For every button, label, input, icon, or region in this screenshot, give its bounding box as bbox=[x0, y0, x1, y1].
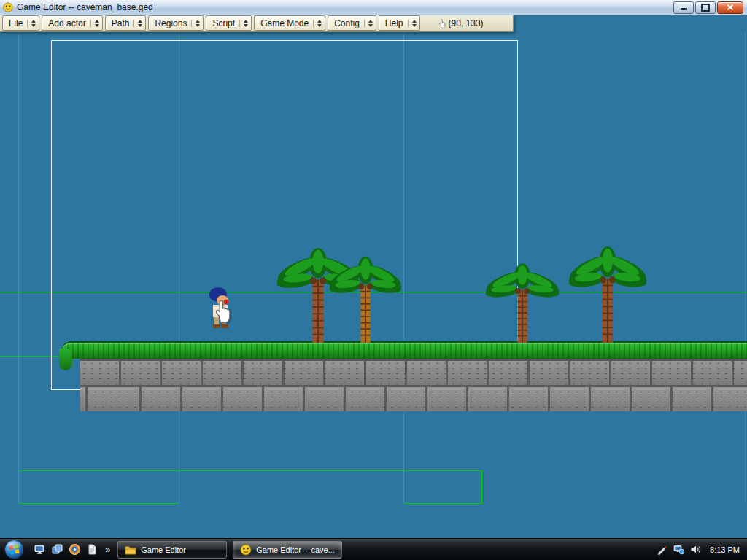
close-button[interactable] bbox=[717, 1, 743, 14]
system-tray: 8:13 PM bbox=[657, 544, 747, 555]
spinner-arrows-icon[interactable] bbox=[364, 20, 373, 27]
clock[interactable]: 8:13 PM bbox=[710, 545, 740, 554]
grass-edge-cap bbox=[59, 349, 72, 370]
palm-tree-actor[interactable] bbox=[569, 245, 646, 343]
folder-icon bbox=[125, 544, 136, 556]
cursor-position-icon bbox=[438, 18, 446, 28]
coordinates-text: (90, 133) bbox=[449, 18, 484, 28]
grid-line-horizontal bbox=[18, 470, 482, 471]
maximize-icon bbox=[701, 4, 710, 12]
editor-canvas[interactable] bbox=[0, 15, 747, 538]
menu-button-config[interactable]: Config bbox=[328, 15, 376, 31]
network-icon[interactable] bbox=[673, 544, 684, 555]
media-player-icon[interactable] bbox=[69, 543, 81, 556]
spinner-arrows-icon[interactable] bbox=[90, 20, 99, 27]
spinner-arrows-icon[interactable] bbox=[191, 20, 200, 27]
spinner-arrows-icon[interactable] bbox=[133, 20, 142, 27]
menu-label: Config bbox=[334, 18, 360, 28]
show-desktop-icon[interactable] bbox=[34, 543, 46, 556]
menu-label: Game Mode bbox=[260, 18, 309, 28]
window-controls bbox=[673, 1, 747, 14]
taskbar-button-label: Game Editor bbox=[141, 545, 186, 554]
taskbar-button-game-editor-folder[interactable]: Game Editor bbox=[117, 541, 227, 559]
menu-label: Script bbox=[212, 18, 235, 28]
taskbar: » Game Editor Game Editor -- cave... bbox=[0, 538, 747, 560]
brick-row bbox=[80, 359, 747, 385]
game-editor-icon bbox=[240, 544, 252, 556]
desktop-screen: Game Editor -- caveman_base.ged File Add… bbox=[0, 0, 747, 560]
title-bar: Game Editor -- caveman_base.ged bbox=[0, 0, 747, 15]
minimize-icon bbox=[681, 8, 687, 10]
spinner-arrows-icon[interactable] bbox=[27, 20, 36, 27]
menu-button-game-mode[interactable]: Game Mode bbox=[254, 15, 325, 31]
cursor-coordinates: (90, 133) bbox=[438, 18, 484, 28]
menu-label: Help bbox=[385, 18, 403, 28]
quick-launch: » bbox=[34, 543, 112, 556]
menu-label: Regions bbox=[155, 18, 187, 28]
menu-label: Add actor bbox=[48, 18, 85, 28]
grid-line-horizontal bbox=[18, 503, 179, 504]
menu-button-help[interactable]: Help bbox=[379, 15, 420, 31]
tray-pen-icon[interactable] bbox=[657, 544, 667, 555]
app-icon bbox=[3, 2, 13, 12]
menu-label: Path bbox=[112, 18, 130, 28]
spinner-arrows-icon[interactable] bbox=[408, 20, 417, 27]
grid-line-vertical bbox=[18, 32, 19, 503]
grid-line-vertical bbox=[481, 470, 482, 504]
maximize-button[interactable] bbox=[695, 1, 716, 14]
taskbar-button-game-editor-app[interactable]: Game Editor -- cave... bbox=[233, 541, 342, 559]
menu-button-path[interactable]: Path bbox=[105, 15, 147, 31]
palm-tree-actor[interactable] bbox=[486, 262, 559, 343]
volume-icon[interactable] bbox=[690, 544, 701, 555]
minimize-button[interactable] bbox=[673, 1, 694, 14]
menu-button-file[interactable]: File bbox=[2, 15, 39, 31]
quicklaunch-overflow-button[interactable]: » bbox=[104, 545, 112, 554]
grid-line-horizontal bbox=[403, 503, 482, 504]
menu-button-script[interactable]: Script bbox=[206, 15, 252, 31]
grass-platform[interactable] bbox=[62, 341, 747, 359]
taskbar-button-label: Game Editor -- cave... bbox=[256, 545, 335, 554]
grid-line-vertical bbox=[745, 32, 746, 503]
brick-row bbox=[80, 385, 747, 411]
switch-windows-icon[interactable] bbox=[51, 543, 63, 556]
menu-bar: File Add actor Path Regions Script Game … bbox=[0, 15, 514, 32]
start-button[interactable] bbox=[4, 539, 25, 560]
menu-label: File bbox=[9, 18, 23, 28]
hand-cursor-icon bbox=[213, 298, 233, 324]
brick-platform[interactable] bbox=[80, 359, 747, 411]
document-icon[interactable] bbox=[86, 543, 98, 556]
spinner-arrows-icon[interactable] bbox=[239, 20, 248, 27]
menu-button-add-actor[interactable]: Add actor bbox=[42, 15, 102, 31]
palm-tree-actor[interactable] bbox=[330, 255, 401, 343]
spinner-arrows-icon[interactable] bbox=[313, 20, 322, 27]
close-icon bbox=[727, 4, 734, 11]
menu-button-regions[interactable]: Regions bbox=[148, 15, 204, 31]
window-title: Game Editor -- caveman_base.ged bbox=[17, 2, 153, 12]
